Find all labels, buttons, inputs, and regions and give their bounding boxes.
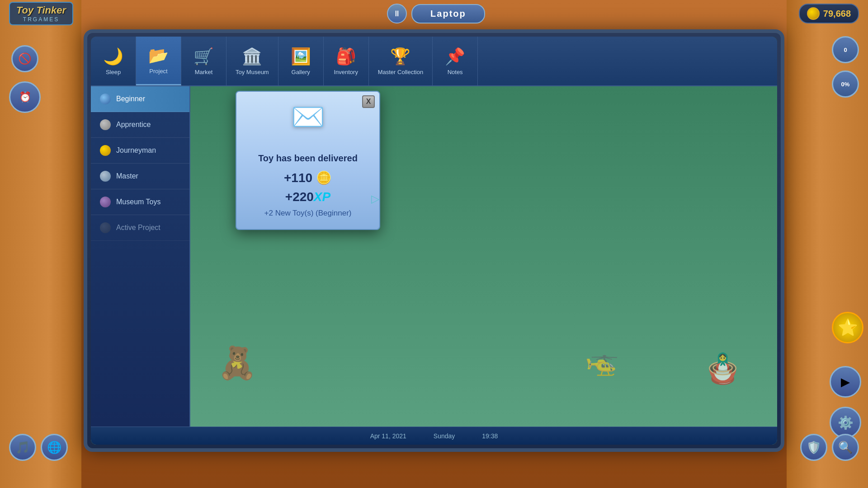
status-day: Sunday [434,432,455,440]
nav-item-project[interactable]: 📂 Project [136,37,181,85]
bottom-left-ui: 🎵 🌐 [9,434,68,461]
sidebar-item-apprentice[interactable]: Apprentice [91,112,189,138]
status-bar: Apr 11, 2021 Sunday 19:38 [91,427,777,445]
shield-button[interactable]: 🛡️ [800,434,827,461]
sidebar-label-museum-toys: Museum Toys [116,198,160,206]
project-icon: 📂 [148,46,169,65]
bottom-right-ui: 🛡️ 🔍 [800,434,859,461]
status-time: 19:38 [482,432,498,440]
globe-button[interactable]: 🌐 [41,434,68,461]
nav-item-market[interactable]: 🛒 Market [181,37,226,85]
sidebar-item-beginner[interactable]: Beginner [91,86,189,112]
nav-item-toy-museum[interactable]: 🏛️ Toy Museum [226,37,278,85]
modal-header: ✉️ X [236,92,379,146]
globe-icon: 🌐 [47,441,61,455]
coin-icon [807,7,820,20]
toy-museum-icon: 🏛️ [242,47,262,66]
modal-coins: +110 🪙 [245,170,370,185]
clock-icon: ⏰ [19,91,31,103]
no-button[interactable]: 🚫 [11,45,38,72]
nav-label-sleep: Sleep [106,69,121,75]
circle-label: 0 [844,47,847,53]
nav-label-master-collection: Master Collection [378,69,423,75]
modal-close-button[interactable]: X [362,95,375,108]
delivery-modal: ✉️ X Toy has been delivered +110 🪙 +220X… [236,91,380,230]
xp-prefix: +220 [285,190,314,204]
music-icon: 🎵 [15,441,30,455]
close-icon: X [366,98,371,106]
coins-amount: 79,668 [823,9,851,19]
modal-title: Toy has been delivered [245,153,370,164]
nav-label-project: Project [149,68,167,75]
nav-arrow-icon: ▶ [841,375,850,389]
sidebar: Beginner Apprentice Journeyman Master Mu… [91,86,190,427]
top-bar: Toy Tinker TRGAMES ⏸ Laptop 79,668 [0,0,868,27]
game-logo[interactable]: Toy Tinker TRGAMES [9,2,73,25]
nav-label-market: Market [195,69,213,75]
nav-controls: ▶ [830,366,861,398]
sidebar-label-apprentice: Apprentice [116,121,151,129]
modal-xp: +220XP [245,190,370,204]
journeyman-dot [100,145,111,156]
coins-display: 79,668 [799,4,859,23]
master-collection-icon: 🏆 [390,47,410,66]
logo-sub: TRGAMES [23,16,59,23]
modal-toys: +2 New Toy(s) (Beginner) [245,209,370,218]
sidebar-item-master[interactable]: Master [91,164,189,189]
no-icon-label: 🚫 [18,52,32,65]
apprentice-dot [100,119,111,130]
settings-icon: ⚙️ [838,415,854,430]
star-icon: ⭐ [838,318,858,337]
nav-label-inventory: Inventory [334,69,358,75]
beginner-dot [100,94,111,104]
sleep-icon: 🌙 [103,47,123,66]
sidebar-label-beginner: Beginner [116,95,145,103]
coin-emoji: 🪙 [316,170,332,185]
sidebar-label-master: Master [116,172,138,180]
status-date: Apr 11, 2021 [370,432,406,440]
top-center: ⏸ Laptop [387,4,485,23]
modal-body: Toy has been delivered +110 🪙 +220XP +2 … [236,146,379,229]
nav-item-inventory[interactable]: 🎒 Inventory [324,37,369,85]
laptop-screen: 🌙 Sleep 📂 Project 🛒 Market 🏛️ Toy Museum… [91,37,777,445]
sidebar-item-museum-toys[interactable]: Museum Toys [91,189,189,215]
museum-toys-dot [100,197,111,207]
nav-item-gallery[interactable]: 🖼️ Gallery [278,37,324,85]
percent-label: 0% [841,81,850,88]
music-button[interactable]: 🎵 [9,434,36,461]
master-dot [100,171,111,182]
toy-bg-helicopter: 🚁 [585,345,619,377]
nav-item-master-collection[interactable]: 🏆 Master Collection [369,37,433,85]
laptop-label: Laptop [411,4,485,23]
nav-bar: 🌙 Sleep 📂 Project 🛒 Market 🏛️ Toy Museum… [91,37,777,86]
toy-bg-left: 🧸 [217,344,257,381]
glasses-button[interactable]: 🔍 [832,434,859,461]
gallery-icon: 🖼️ [291,47,311,66]
glasses-icon: 🔍 [838,441,853,455]
pause-button[interactable]: ⏸ [387,4,407,23]
nav-item-notes[interactable]: 📌 Notes [433,37,478,85]
nav-label-toy-museum: Toy Museum [236,69,269,75]
logo-title: Toy Tinker [16,5,66,16]
circle-button-percent[interactable]: 0% [832,70,859,98]
envelope-icon: ✉️ [245,101,370,133]
left-ui: 🚫 ⏰ [9,45,41,113]
clock-button[interactable]: ⏰ [9,81,41,113]
sidebar-item-journeyman[interactable]: Journeyman [91,138,189,164]
star-button[interactable]: ⭐ [832,312,863,343]
market-icon: 🛒 [193,47,214,66]
pause-icon: ⏸ [393,9,401,19]
nav-item-sleep[interactable]: 🌙 Sleep [91,37,136,85]
active-project-dot [100,222,111,233]
xp-label: XP [314,190,330,204]
laptop-outer: 🌙 Sleep 📂 Project 🛒 Market 🏛️ Toy Museum… [84,29,784,452]
circle-button-top[interactable]: 0 [832,36,859,63]
coins-prefix: +110 [284,171,312,185]
nav-label-gallery: Gallery [292,69,310,75]
inventory-icon: 🎒 [336,47,356,66]
sidebar-item-active-project[interactable]: Active Project [91,215,189,241]
sidebar-label-active-project: Active Project [116,224,160,232]
right-nav-button[interactable]: ▶ [830,366,861,398]
nav-label-notes: Notes [448,69,463,75]
shield-icon: 🛡️ [807,441,821,455]
